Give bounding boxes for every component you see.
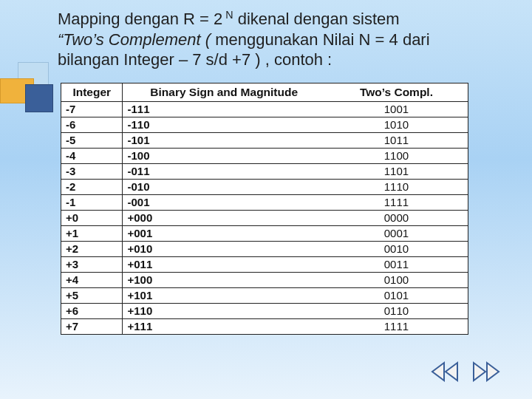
cell-twos: 0110 [325, 304, 468, 319]
next-button[interactable] [468, 361, 504, 386]
cell-integer: +6 [61, 304, 123, 319]
table-row: +7+1111111 [61, 319, 468, 335]
col-header-signmag: Binary Sign and Magnitude [123, 83, 325, 102]
forward-icon [469, 360, 503, 386]
cell-twos: 1111 [325, 195, 468, 211]
text-line1a: Mapping dengan R = 2 [58, 10, 222, 28]
cell-signmag: +010 [123, 242, 325, 257]
table-row: -3-0111101 [61, 164, 468, 180]
cell-integer: +2 [61, 242, 123, 257]
cell-integer: +1 [61, 226, 123, 242]
table-row: +5+1010101 [61, 288, 468, 304]
cell-signmag: -001 [123, 195, 325, 211]
cell-signmag: -110 [123, 117, 325, 133]
text-superscript: N [222, 9, 233, 21]
cell-signmag: +111 [123, 319, 325, 335]
cell-signmag: +100 [123, 273, 325, 288]
content-text: Mapping dengan R = 2 N dikenal dengan si… [58, 9, 514, 70]
svg-marker-1 [446, 363, 457, 381]
cell-twos: 1100 [325, 149, 468, 164]
col-header-integer: Integer [61, 83, 123, 102]
table-row: +3+0110011 [61, 257, 468, 273]
svg-marker-0 [432, 363, 444, 381]
cell-integer: +5 [61, 288, 123, 304]
cell-integer: -3 [61, 164, 123, 180]
cell-twos: 0001 [325, 226, 468, 242]
cell-signmag: -111 [123, 102, 325, 117]
text-line1b: dikenal dengan sistem [233, 10, 400, 28]
table-row: +2+0100010 [61, 242, 468, 257]
cell-integer: +4 [61, 273, 123, 288]
nav-controls [427, 361, 504, 386]
cell-signmag: -011 [123, 164, 325, 180]
table-row: -6-1101010 [61, 117, 468, 133]
cell-twos: 1110 [325, 180, 468, 195]
text-line3: bilangan Integer – 7 s/d +7 ) , contoh : [58, 50, 332, 69]
cell-signmag: +001 [123, 226, 325, 242]
rewind-icon [428, 360, 462, 386]
cell-signmag: -101 [123, 133, 325, 149]
cell-twos: 0011 [325, 257, 468, 273]
cell-integer: -7 [61, 102, 123, 117]
cell-twos: 0010 [325, 242, 468, 257]
cell-signmag: +101 [123, 288, 325, 304]
table-row: -5-1011011 [61, 133, 468, 149]
cell-twos: 0101 [325, 288, 468, 304]
cell-integer: -4 [61, 149, 123, 164]
cell-integer: -2 [61, 180, 123, 195]
cell-integer: -6 [61, 117, 123, 133]
cell-integer: +7 [61, 319, 123, 335]
cell-twos: 1111 [325, 319, 468, 335]
cell-signmag: +011 [123, 257, 325, 273]
table-row: +4+1000100 [61, 273, 468, 288]
slide: Mapping dengan R = 2 N dikenal dengan si… [0, 0, 532, 399]
table-row: -1-0011111 [61, 195, 468, 211]
cell-integer: -1 [61, 195, 123, 211]
cell-integer: -5 [61, 133, 123, 149]
cell-signmag: -100 [123, 149, 325, 164]
cell-integer: +3 [61, 257, 123, 273]
cell-signmag: +000 [123, 211, 325, 226]
cell-twos: 1010 [325, 117, 468, 133]
cell-twos: 0000 [325, 211, 468, 226]
cell-signmag: -010 [123, 180, 325, 195]
text-line2-italic: “Two’s Complement ( [58, 30, 211, 49]
cell-twos: 0100 [325, 273, 468, 288]
cell-twos: 1011 [325, 133, 468, 149]
table-row: -4-1001100 [61, 149, 468, 164]
col-header-twos: Two’s Compl. [325, 83, 468, 102]
cell-integer: +0 [61, 211, 123, 226]
corner-decoration [0, 62, 62, 114]
svg-marker-2 [474, 363, 485, 381]
cell-signmag: +110 [123, 304, 325, 319]
text-line2-rest: menggunakan Nilai N = 4 dari [211, 30, 430, 49]
table-row: +1+0010001 [61, 226, 468, 242]
svg-marker-3 [487, 363, 499, 381]
table-row: +0+0000000 [61, 211, 468, 226]
twos-complement-table: Integer Binary Sign and Magnitude Two’s … [61, 83, 468, 335]
cell-twos: 1101 [325, 164, 468, 180]
cell-twos: 1001 [325, 102, 468, 117]
prev-button[interactable] [427, 361, 463, 386]
table-row: +6+1100110 [61, 304, 468, 319]
table-header-row: Integer Binary Sign and Magnitude Two’s … [61, 83, 468, 102]
table-row: -7-1111001 [61, 102, 468, 117]
table-row: -2-0101110 [61, 180, 468, 195]
table-container: Integer Binary Sign and Magnitude Two’s … [61, 83, 468, 335]
